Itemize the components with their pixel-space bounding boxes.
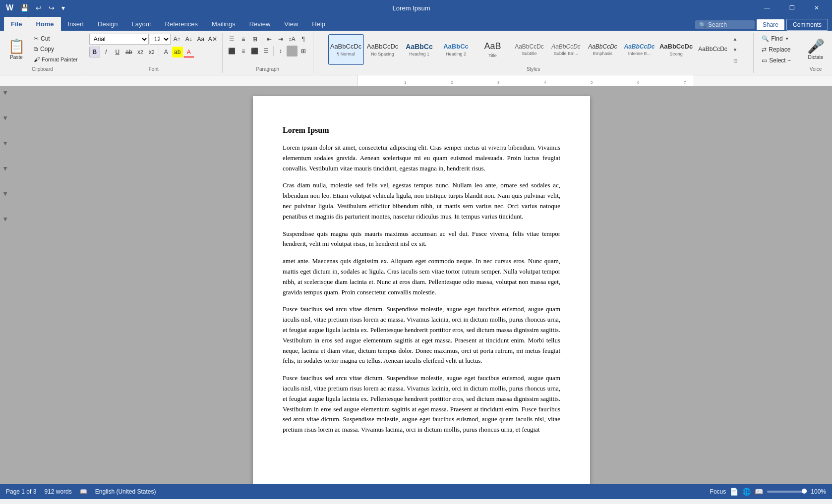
- minimize-button[interactable]: —: [756, 0, 778, 16]
- line-spacing-button[interactable]: ↕: [275, 46, 286, 56]
- tab-layout[interactable]: Layout: [125, 17, 158, 31]
- collapse-arrow-1[interactable]: ▶: [3, 91, 8, 95]
- restore-button[interactable]: ❐: [780, 0, 803, 16]
- select-button[interactable]: ▭ Select ~: [758, 56, 795, 65]
- multilevel-list-button[interactable]: ⊞: [249, 34, 260, 45]
- search-box[interactable]: 🔍 Search: [695, 20, 755, 29]
- style-last[interactable]: AaBbCcDc: [695, 34, 731, 65]
- dictate-button[interactable]: 🎤 Dictate: [803, 34, 828, 64]
- language: English (United States): [95, 488, 156, 495]
- show-paragraph-button[interactable]: ¶: [298, 34, 309, 45]
- view-icon-web[interactable]: 🌐: [742, 488, 751, 496]
- redo-icon[interactable]: ↪: [47, 3, 57, 13]
- style-emphasis-label: Emphasis: [593, 51, 613, 56]
- text-effects-button[interactable]: A: [161, 47, 172, 57]
- paragraph-0[interactable]: Lorem ipsum dolor sit amet, consectetur …: [283, 143, 560, 173]
- style-no-spacing[interactable]: AaBbCcDc No Spacing: [365, 34, 401, 65]
- style-normal[interactable]: AaBbCcDc ¶ Normal: [328, 34, 364, 65]
- font-size-select[interactable]: 12: [150, 34, 171, 45]
- style-heading1[interactable]: AaBbCc Heading 1: [402, 34, 437, 65]
- align-row: ⬛ ≡ ⬛ ☰ ↕ ⊞: [227, 46, 309, 56]
- style-h2-preview: AaBbCc: [443, 43, 469, 51]
- clear-formatting-button[interactable]: A✕: [207, 34, 218, 45]
- italic-button[interactable]: I: [101, 47, 112, 57]
- styles-scroll-down[interactable]: ▼: [732, 45, 739, 55]
- format-painter-button[interactable]: 🖌 Format Painter: [31, 55, 81, 64]
- tab-review[interactable]: Review: [242, 17, 278, 31]
- view-icon-read[interactable]: 📖: [755, 488, 763, 496]
- sort-button[interactable]: ↕A: [287, 34, 297, 45]
- find-button[interactable]: 🔍 Find ▾: [758, 34, 795, 44]
- style-subtitle[interactable]: AaBbCcDc Subtitle: [512, 34, 547, 65]
- change-case-button[interactable]: Aa: [195, 34, 206, 45]
- decrease-font-button[interactable]: A↓: [183, 34, 194, 45]
- close-button[interactable]: ✕: [805, 0, 828, 16]
- style-title[interactable]: AaB Title: [475, 34, 511, 65]
- align-right-button[interactable]: ⬛: [249, 46, 260, 56]
- focus-label[interactable]: Focus: [710, 488, 726, 495]
- styles-expand[interactable]: ⊡: [732, 56, 739, 65]
- document-title: Lorem Ipsum: [283, 126, 560, 135]
- style-emphasis-preview: AaBbCcDc: [588, 43, 617, 50]
- tab-file[interactable]: File: [4, 17, 29, 31]
- style-subtle-em[interactable]: AaBbCcDc Subtle Em...: [548, 34, 584, 65]
- increase-font-button[interactable]: A↑: [172, 34, 182, 45]
- paragraph-3[interactable]: amet ante. Maecenas quis dignissim ex. A…: [283, 256, 560, 297]
- zoom-slider[interactable]: [767, 491, 807, 493]
- tab-mailings[interactable]: Mailings: [205, 17, 242, 31]
- styles-scroll-up[interactable]: ▲: [732, 34, 739, 44]
- increase-indent-button[interactable]: ⇥: [275, 34, 286, 45]
- justify-button[interactable]: ☰: [261, 46, 272, 56]
- font-name-select[interactable]: Arial: [89, 34, 149, 45]
- customize-icon[interactable]: ▾: [59, 3, 67, 13]
- collapse-arrow-4[interactable]: ▶: [3, 167, 8, 171]
- style-strong[interactable]: AaBbCcDc Strong: [658, 34, 694, 65]
- paragraph-5[interactable]: Fusce faucibus sed arcu vitae dictum. Su…: [283, 373, 560, 435]
- status-right: Focus 📄 🌐 📖 100%: [710, 488, 826, 496]
- tab-design[interactable]: Design: [91, 17, 124, 31]
- font-name-row: Arial 12 A↑ A↓ Aa A✕: [89, 34, 218, 45]
- collapse-arrow-3[interactable]: ▶: [3, 142, 8, 146]
- zoom-level: 100%: [811, 488, 826, 495]
- page-info: Page 1 of 3: [6, 488, 36, 495]
- paragraph-1[interactable]: Cras diam nulla, molestie sed felis vel,…: [283, 180, 560, 222]
- subscript-button[interactable]: x2: [135, 47, 146, 57]
- style-intense-e[interactable]: AaBbCcDc Intense E...: [622, 34, 657, 65]
- tab-view[interactable]: View: [277, 17, 305, 31]
- numbering-button[interactable]: ≡: [238, 34, 249, 45]
- decrease-indent-button[interactable]: ⇤: [264, 34, 275, 45]
- text-highlight-button[interactable]: ab: [172, 47, 183, 57]
- tab-insert[interactable]: Insert: [61, 17, 91, 31]
- view-icon-print[interactable]: 📄: [730, 488, 738, 496]
- copy-button[interactable]: ⧉ Copy: [31, 44, 81, 54]
- cut-button[interactable]: ✂ Cut: [31, 34, 81, 44]
- font-color-button[interactable]: A: [183, 47, 194, 57]
- align-left-button[interactable]: ⬛: [227, 46, 238, 56]
- shading-button[interactable]: [287, 46, 297, 56]
- paragraph-4[interactable]: Fusce faucibus sed arcu vitae dictum. Su…: [283, 304, 560, 366]
- paste-button[interactable]: 📋 Paste: [4, 34, 29, 64]
- save-icon[interactable]: 💾: [18, 3, 31, 13]
- collapse-arrow-2[interactable]: ▶: [3, 116, 8, 120]
- document-page[interactable]: Lorem Ipsum Lorem ipsum dolor sit amet, …: [253, 96, 590, 484]
- bold-button[interactable]: B: [89, 47, 100, 57]
- align-center-button[interactable]: ≡: [238, 46, 249, 56]
- style-heading2[interactable]: AaBbCc Heading 2: [438, 34, 474, 65]
- borders-button[interactable]: ⊞: [298, 46, 309, 56]
- share-button[interactable]: Share: [757, 19, 784, 30]
- collapse-arrow-5[interactable]: ▶: [3, 192, 8, 196]
- collapse-arrow-6[interactable]: ▶: [3, 218, 8, 222]
- window-title: Lorem Ipsum: [67, 4, 756, 12]
- tab-help[interactable]: Help: [305, 17, 332, 31]
- underline-button[interactable]: U: [112, 47, 123, 57]
- strikethrough-button[interactable]: ab: [123, 47, 134, 57]
- superscript-button[interactable]: x2: [146, 47, 157, 57]
- comments-button[interactable]: Comments: [786, 19, 828, 31]
- tab-home[interactable]: Home: [29, 17, 60, 31]
- replace-button[interactable]: ⇄ Replace: [758, 45, 795, 55]
- style-emphasis[interactable]: AaBbCcDc Emphasis: [585, 34, 621, 65]
- bullets-button[interactable]: ☰: [227, 34, 238, 45]
- tab-references[interactable]: References: [158, 17, 205, 31]
- paragraph-2[interactable]: Suspendisse quis magna quis mauris maxim…: [283, 229, 560, 250]
- undo-icon[interactable]: ↩: [34, 3, 44, 13]
